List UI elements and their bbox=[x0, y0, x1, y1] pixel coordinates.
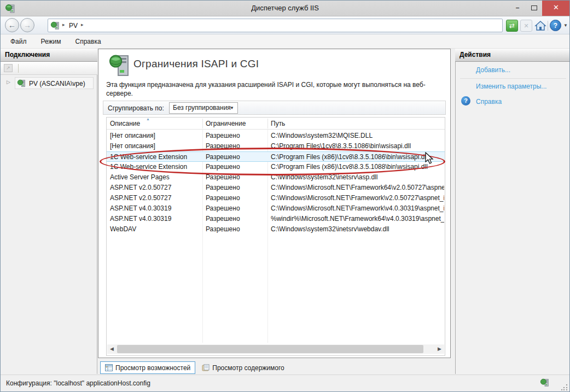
column-divider[interactable] bbox=[202, 119, 203, 128]
table-cell: %windir%\Microsoft.NET\Framework64\v4.0.… bbox=[271, 215, 444, 223]
scrollbar-thumb[interactable] bbox=[117, 345, 423, 353]
group-by-dropdown[interactable]: Без группирования ▼ bbox=[169, 102, 238, 114]
table-cell: C:\Windows\system32\inetsrv\webdav.dll bbox=[271, 225, 444, 233]
column-header-description[interactable]: Описание bbox=[110, 120, 140, 127]
table-row[interactable]: [Нет описания]РазрешеноC:\Program Files\… bbox=[107, 141, 445, 151]
feature-description: Эта функция предназначена для указания р… bbox=[106, 80, 434, 98]
table-cell: [Нет описания] bbox=[110, 142, 201, 150]
table-cell: Разрешено bbox=[206, 194, 266, 202]
table-cell: Разрешено bbox=[206, 184, 266, 191]
toolbar-divider bbox=[548, 21, 548, 31]
tab-content-view[interactable]: Просмотр содержимого bbox=[197, 361, 288, 374]
status-bar: Конфигурация: "localhost" applicationHos… bbox=[1, 375, 569, 392]
stop-icon: ✕ bbox=[520, 20, 532, 32]
add-action-link[interactable]: Добавить... bbox=[476, 66, 510, 74]
table-cell: C:\Program Files\1cv8\8.3.5.1086\bin\wsi… bbox=[271, 142, 444, 150]
save-connection-icon[interactable]: ↗ bbox=[4, 64, 13, 72]
minimize-button[interactable]: – bbox=[509, 1, 526, 16]
group-by-bar: Сгруппировать по: Без группирования ▼ bbox=[103, 101, 446, 115]
menu-help[interactable]: Справка bbox=[75, 38, 101, 45]
group-by-label: Сгруппировать по: bbox=[108, 104, 164, 112]
configuration-status: Конфигурация: "localhost" applicationHos… bbox=[6, 379, 150, 387]
scroll-left-icon[interactable]: ◀ bbox=[107, 344, 117, 354]
table-row[interactable]: ASP.NET v4.0.30319РазрешеноC:\Windows\Mi… bbox=[107, 203, 445, 214]
iis-status-icon bbox=[540, 378, 550, 388]
table-cell: Разрешено bbox=[206, 225, 266, 233]
table-cell: C:\Windows\Microsoft.NET\Framework\v2.0.… bbox=[271, 194, 444, 202]
table-cell: ASP.NET v2.0.50727 bbox=[110, 194, 201, 202]
tab-features-view[interactable]: Просмотр возможностей bbox=[100, 361, 195, 374]
table-row[interactable]: ASP.NET v2.0.50727РазрешеноC:\Windows\Mi… bbox=[107, 193, 445, 203]
help-icon: ? bbox=[461, 96, 470, 106]
tab-content-label: Просмотр содержимого bbox=[212, 364, 284, 372]
breadcrumb-arrow-icon[interactable]: ▸ bbox=[81, 22, 84, 27]
table-cell: ASP.NET v2.0.50727 bbox=[110, 184, 201, 191]
group-by-value: Без группирования bbox=[173, 104, 231, 112]
menu-file[interactable]: Файл bbox=[10, 38, 27, 45]
server-icon bbox=[50, 21, 60, 31]
help-dropdown-icon[interactable]: ▼ bbox=[563, 23, 568, 28]
page-title: Ограничения ISAPI и CGI bbox=[133, 58, 259, 70]
actions-divider bbox=[460, 78, 566, 79]
scroll-right-icon[interactable]: ▶ bbox=[435, 344, 444, 354]
table-cell: Разрешено bbox=[206, 204, 266, 212]
tab-features-label: Просмотр возможностей bbox=[115, 364, 190, 372]
table-cell: WebDAV bbox=[110, 225, 201, 233]
iis-manager-window: Диспетчер служб IIS – ✕ ← → ▸ PV ▸ ⇄ ✕ bbox=[0, 0, 570, 392]
table-cell: Разрешено bbox=[206, 142, 266, 150]
connections-pane bbox=[1, 49, 97, 374]
connections-toolbar: ↗ bbox=[1, 62, 97, 75]
table-cell: ASP.NET v4.0.30319 bbox=[110, 204, 201, 212]
actions-pane: Добавить... Изменить параметры... ? Спра… bbox=[455, 49, 570, 374]
table-cell: C:\Windows\system32\MQISE.DLL bbox=[271, 132, 444, 139]
features-view-icon bbox=[105, 364, 113, 371]
refresh-icon[interactable]: ⇄ bbox=[506, 20, 518, 32]
maximize-button[interactable] bbox=[526, 1, 542, 16]
navigation-toolbar: ← → ▸ PV ▸ ⇄ ✕ ? ▼ bbox=[1, 16, 569, 34]
table-row[interactable]: 1C Web-service ExtensionРазрешеноC:\Prog… bbox=[107, 162, 445, 172]
help-action-link[interactable]: Справка bbox=[476, 98, 502, 106]
table-row[interactable]: ASP.NET v4.0.30319Разрешено%windir%\Micr… bbox=[107, 214, 445, 224]
server-icon bbox=[17, 79, 26, 88]
table-cell: C:\Windows\Microsoft.NET\Framework\v4.0.… bbox=[271, 204, 444, 212]
help-icon[interactable]: ? bbox=[550, 20, 561, 31]
back-button[interactable]: ← bbox=[5, 18, 19, 32]
breadcrumb-arrow-icon: ▸ bbox=[62, 22, 65, 27]
table-cell: Active Server Pages bbox=[110, 173, 201, 181]
title-bar: Диспетчер служб IIS – ✕ bbox=[1, 1, 569, 16]
restrictions-list: Описание ▲ Ограничение Путь [Нет описани… bbox=[106, 117, 445, 356]
table-row[interactable]: [Нет описания]РазрешеноC:\Windows\system… bbox=[107, 131, 445, 141]
table-cell: C:\Program Files (x86)\1cv8\8.3.5.1086\b… bbox=[271, 153, 444, 161]
address-bar[interactable]: ▸ PV ▸ bbox=[48, 19, 503, 32]
edit-settings-action-link[interactable]: Изменить параметры... bbox=[476, 83, 546, 90]
table-row[interactable]: 1C Web-service ExtensionРазрешеноC:\Prog… bbox=[107, 151, 445, 162]
table-row[interactable]: ASP.NET v2.0.50727РазрешеноC:\Windows\Mi… bbox=[107, 183, 445, 193]
close-button[interactable]: ✕ bbox=[542, 1, 570, 16]
view-tabs: Просмотр возможностей Просмотр содержимо… bbox=[100, 361, 289, 374]
forward-button[interactable]: → bbox=[20, 18, 34, 32]
maximize-icon bbox=[531, 5, 537, 10]
isapi-cgi-feature-icon bbox=[109, 54, 130, 78]
menu-view[interactable]: Режим bbox=[41, 38, 61, 45]
chevron-down-icon: ▼ bbox=[230, 103, 234, 113]
breadcrumb[interactable]: PV bbox=[69, 22, 78, 30]
server-tree-label[interactable]: PV (ASCANIA\vpe) bbox=[29, 80, 85, 87]
menu-bar: Файл Режим Справка bbox=[1, 34, 569, 49]
column-divider[interactable] bbox=[267, 119, 268, 128]
home-icon[interactable] bbox=[534, 20, 546, 32]
tree-expander-icon[interactable]: ▷ bbox=[7, 79, 10, 85]
table-row[interactable]: WebDAVРазрешеноC:\Windows\system32\inets… bbox=[107, 224, 445, 235]
window-title: Диспетчер служб IIS bbox=[1, 4, 569, 12]
horizontal-scrollbar[interactable]: ◀ ▶ bbox=[107, 344, 444, 354]
toolbar-separator bbox=[18, 64, 19, 73]
actions-header: Действия bbox=[455, 49, 570, 62]
resize-grip[interactable] bbox=[561, 384, 568, 390]
list-rows: [Нет описания]РазрешеноC:\Windows\system… bbox=[107, 131, 445, 235]
table-cell: [Нет описания] bbox=[110, 132, 201, 139]
column-header-path[interactable]: Путь bbox=[271, 120, 285, 127]
column-header-restriction[interactable]: Ограничение bbox=[206, 120, 246, 127]
list-header: Описание ▲ Ограничение Путь bbox=[107, 118, 445, 130]
table-cell: Разрешено bbox=[206, 153, 266, 161]
table-row[interactable]: Active Server PagesРазрешеноC:\Windows\s… bbox=[107, 172, 445, 183]
table-cell: C:\Windows\Microsoft.NET\Framework64\v2.… bbox=[271, 184, 444, 191]
